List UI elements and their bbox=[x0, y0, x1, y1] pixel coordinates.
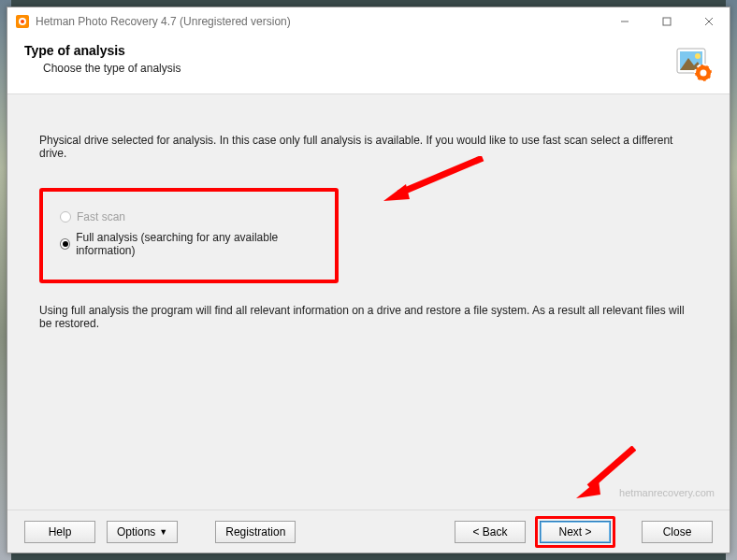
radio-full-analysis[interactable]: Full analysis (searching for any availab… bbox=[60, 231, 318, 257]
chevron-down-icon: ▼ bbox=[159, 527, 167, 537]
svg-point-2 bbox=[21, 20, 24, 23]
radio-fast-label: Fast scan bbox=[77, 210, 125, 223]
svg-line-16 bbox=[589, 448, 634, 487]
window-title: Hetman Photo Recovery 4.7 (Unregistered … bbox=[36, 15, 603, 28]
radio-icon-selected bbox=[60, 238, 70, 250]
radio-full-label: Full analysis (searching for any availab… bbox=[76, 231, 318, 257]
annotation-arrow-radio bbox=[382, 156, 484, 203]
photo-icon bbox=[675, 45, 713, 82]
app-window: Hetman Photo Recovery 4.7 (Unregistered … bbox=[7, 7, 730, 553]
close-window-button[interactable] bbox=[687, 7, 730, 36]
maximize-button[interactable] bbox=[645, 7, 687, 36]
radio-icon bbox=[60, 211, 71, 223]
back-button[interactable]: < Back bbox=[455, 521, 526, 543]
wizard-content: Physical drive selected for analysis. In… bbox=[7, 94, 730, 510]
help-button[interactable]: Help bbox=[24, 521, 95, 543]
wizard-header: Type of analysis Choose the type of anal… bbox=[7, 36, 730, 94]
analysis-type-group: Fast scan Full analysis (searching for a… bbox=[39, 188, 339, 283]
description-text: Using full analysis the program will fin… bbox=[39, 304, 698, 330]
radio-fast-scan: Fast scan bbox=[60, 210, 318, 223]
watermark: hetmanrecovery.com bbox=[619, 487, 715, 498]
svg-point-13 bbox=[701, 70, 707, 77]
options-button[interactable]: Options ▼ bbox=[107, 521, 178, 543]
annotation-next-highlight: Next > bbox=[535, 516, 615, 548]
close-button[interactable]: Close bbox=[642, 521, 713, 543]
titlebar[interactable]: Hetman Photo Recovery 4.7 (Unregistered … bbox=[7, 7, 730, 36]
svg-marker-17 bbox=[576, 480, 600, 498]
svg-marker-15 bbox=[383, 184, 410, 201]
registration-button[interactable]: Registration bbox=[215, 521, 296, 543]
app-icon bbox=[15, 14, 30, 29]
minimize-button[interactable] bbox=[603, 7, 645, 36]
svg-point-10 bbox=[695, 53, 701, 59]
intro-text: Physical drive selected for analysis. In… bbox=[39, 134, 698, 160]
wizard-footer: Help Options ▼ Registration < Back Next … bbox=[7, 510, 730, 553]
page-subtitle: Choose the type of analysis bbox=[43, 62, 675, 75]
svg-rect-4 bbox=[663, 18, 671, 25]
options-label: Options bbox=[117, 525, 155, 538]
svg-line-14 bbox=[398, 158, 483, 194]
next-button[interactable]: Next > bbox=[540, 521, 611, 543]
page-title: Type of analysis bbox=[24, 43, 675, 58]
